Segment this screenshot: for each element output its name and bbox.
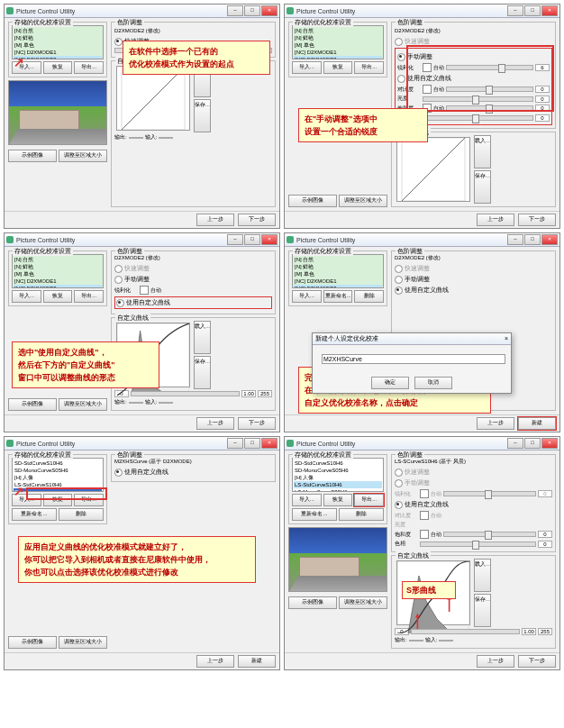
radio-manual[interactable]: [114, 276, 123, 284]
titlebar[interactable]: Picture Control Utility – □ ×: [5, 5, 279, 18]
list-item[interactable]: [NC] D2XMODE1: [294, 49, 382, 56]
max-button[interactable]: □: [524, 234, 541, 245]
radio-manual[interactable]: [395, 276, 403, 284]
min-button[interactable]: –: [507, 438, 523, 449]
titlebar[interactable]: Picture Control Utility –□×: [285, 5, 559, 18]
auto-checkbox[interactable]: [420, 530, 429, 539]
radio-use-curve[interactable]: [397, 75, 405, 83]
example-button[interactable]: 示例图像: [288, 596, 337, 609]
list-item[interactable]: LS-StdCurveS10H6: [294, 481, 382, 488]
prev-button[interactable]: 上一步: [477, 655, 514, 668]
min-button[interactable]: –: [227, 5, 243, 16]
close-button[interactable]: ×: [541, 5, 558, 16]
undo-button[interactable]: 恢复: [43, 61, 73, 74]
example-button[interactable]: 示例图像: [8, 398, 57, 411]
delete-button[interactable]: 删除: [59, 508, 104, 521]
titlebar[interactable]: Picture Control Utility –□×: [285, 233, 559, 247]
close-button[interactable]: ×: [541, 234, 558, 245]
export-button[interactable]: 导出...: [74, 61, 104, 74]
hist-max[interactable]: 255: [258, 390, 272, 397]
hue-slider[interactable]: [420, 541, 536, 547]
hue-slider[interactable]: [423, 115, 533, 121]
radio-quick[interactable]: [114, 38, 123, 46]
preset-name-input[interactable]: [322, 354, 505, 364]
max-button[interactable]: □: [524, 438, 541, 449]
prev-button[interactable]: 上一步: [196, 214, 234, 226]
list-item[interactable]: [N] 鲜艳: [14, 263, 102, 270]
min-button[interactable]: –: [507, 234, 523, 245]
rename-button[interactable]: 重新命名...: [12, 508, 57, 521]
max-button[interactable]: □: [524, 5, 541, 16]
rename-button[interactable]: 重新命名...: [323, 290, 353, 303]
prev-button[interactable]: 上一步: [477, 417, 514, 430]
list-item[interactable]: [M] 单色: [294, 41, 382, 49]
prev-button[interactable]: 上一步: [196, 417, 234, 430]
preset-list[interactable]: [N] 自然 [N] 鲜艳 [M] 单色 [NC] D2XMODE1 [NC] …: [12, 25, 104, 59]
preset-list[interactable]: [N] 自然 [N] 鲜艳 [M] 单色 [NC] D2XMODE1 [NC] …: [12, 254, 104, 288]
min-button[interactable]: –: [507, 5, 523, 16]
save-curve-button[interactable]: 保存...: [474, 594, 491, 627]
example-button[interactable]: 示例图像: [8, 636, 57, 649]
radio-quick[interactable]: [395, 469, 403, 477]
radio-quick[interactable]: [395, 38, 403, 46]
undo-button[interactable]: 恢复: [323, 61, 353, 74]
list-item[interactable]: [M] 单色: [14, 41, 102, 49]
export-button[interactable]: 导出...: [354, 61, 384, 74]
list-item[interactable]: [N] 鲜艳: [294, 263, 382, 270]
next-button[interactable]: 下一步: [518, 655, 556, 668]
import-button[interactable]: 导入...: [292, 61, 322, 74]
auto-checkbox[interactable]: [140, 286, 149, 295]
resize-button[interactable]: 调整至区域大小: [59, 636, 107, 649]
load-curve-button[interactable]: 载入...: [194, 321, 211, 354]
titlebar[interactable]: Picture Control Utility –□×: [5, 233, 279, 247]
radio-quick[interactable]: [114, 265, 123, 273]
radio-use-curve[interactable]: [395, 501, 403, 509]
export-button[interactable]: 导出...: [354, 494, 384, 506]
max-button[interactable]: □: [244, 5, 260, 16]
load-curve-button[interactable]: 载入...: [474, 559, 491, 592]
list-item[interactable]: [H] 人像: [14, 474, 102, 481]
list-item[interactable]: [N] 鲜艳: [294, 34, 382, 41]
save-curve-button[interactable]: 保存...: [194, 99, 211, 132]
new-button[interactable]: 新建: [518, 417, 556, 430]
save-curve-button[interactable]: 保存...: [194, 356, 211, 389]
resize-button[interactable]: 调整至区域大小: [339, 195, 387, 207]
curve-editor[interactable]: [396, 137, 470, 202]
example-button[interactable]: 示例图像: [8, 150, 57, 162]
max-button[interactable]: □: [244, 438, 260, 449]
max-button[interactable]: □: [244, 234, 260, 245]
list-item[interactable]: [NC] D2XMODE2: [294, 56, 382, 59]
min-button[interactable]: –: [227, 438, 243, 449]
list-item[interactable]: [NC] D2XMODE2: [294, 285, 382, 288]
list-item[interactable]: [NC] D2XMODE1: [14, 49, 102, 56]
list-item[interactable]: LS-MonoCurveS05H6: [294, 488, 382, 492]
min-button[interactable]: –: [227, 234, 243, 245]
radio-manual[interactable]: [395, 479, 403, 487]
radio-use-curve[interactable]: [395, 287, 403, 295]
delete-button[interactable]: 删除: [339, 508, 384, 521]
radio-manual[interactable]: [397, 53, 405, 61]
list-item[interactable]: [NC] D2XMODE2: [14, 285, 102, 288]
preset-list[interactable]: [N] 自然 [N] 鲜艳 [M] 单色 [NC] D2XMODE1 [NC] …: [292, 254, 384, 288]
close-button[interactable]: ×: [541, 438, 558, 449]
titlebar[interactable]: Picture Control Utility –□×: [285, 437, 559, 450]
list-item[interactable]: [M] 单色: [294, 270, 382, 278]
list-item[interactable]: SD-MonoCurveS05H6: [14, 467, 102, 474]
list-item[interactable]: [N] 鲜艳: [14, 34, 102, 41]
list-item[interactable]: [N] 自然: [14, 256, 102, 263]
rename-button[interactable]: 重新命名...: [292, 508, 337, 521]
import-button[interactable]: 导入...: [292, 290, 322, 303]
import-button[interactable]: 导入...: [12, 290, 41, 303]
radio-use-curve[interactable]: [114, 469, 123, 477]
next-button[interactable]: 下一步: [238, 214, 276, 226]
next-button[interactable]: 下一步: [518, 214, 556, 226]
prev-button[interactable]: 上一步: [477, 214, 514, 226]
list-item[interactable]: [N] 自然: [294, 27, 382, 34]
titlebar[interactable]: Picture Control Utility –□×: [5, 437, 279, 450]
resize-button[interactable]: 调整至区域大小: [59, 398, 107, 411]
resize-button[interactable]: 调整至区域大小: [59, 150, 107, 162]
list-item[interactable]: [NC] D2XMODE1: [294, 278, 382, 285]
save-curve-button[interactable]: 保存...: [474, 170, 491, 204]
export-button[interactable]: 导出...: [74, 290, 104, 303]
load-curve-button[interactable]: 载入...: [474, 135, 491, 168]
